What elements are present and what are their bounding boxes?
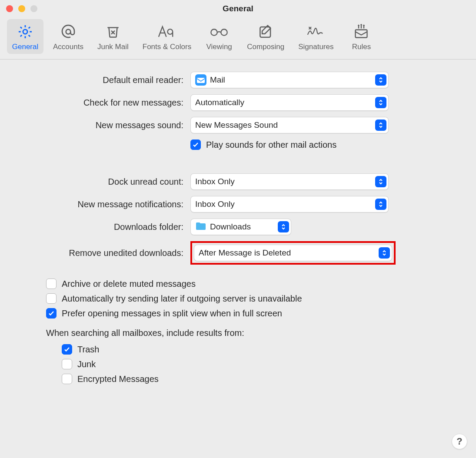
rules-icon: [351, 22, 371, 42]
highlight-annotation: After Message is Deleted: [190, 241, 396, 265]
window-title: General: [0, 4, 476, 13]
popup-value: Downloads: [210, 222, 275, 232]
auto-resend-label: Automatically try sending later if outgo…: [62, 294, 302, 304]
chevron-updown-icon: [278, 221, 289, 232]
preferences-toolbar: General Accounts Junk Mail Fonts & Color…: [0, 17, 476, 60]
preferences-content: Default email reader: Mail Check for new…: [0, 60, 476, 401]
tab-label: Junk Mail: [97, 43, 129, 51]
tab-composing[interactable]: Composing: [243, 19, 289, 54]
svg-rect-5: [356, 30, 367, 38]
search-results-heading: When searching all mailboxes, include re…: [46, 328, 460, 338]
tab-rules[interactable]: Rules: [343, 19, 379, 54]
downloads-folder-label: Downloads folder:: [16, 222, 183, 232]
signature-icon: [306, 22, 326, 42]
svg-point-3: [221, 29, 227, 35]
mail-app-icon: [195, 74, 206, 86]
include-trash-label: Trash: [77, 345, 99, 355]
svg-point-1: [66, 30, 71, 34]
check-messages-popup[interactable]: Automatically: [190, 94, 389, 111]
chevron-updown-icon: [375, 119, 386, 131]
tab-label: General: [12, 43, 38, 51]
chevron-updown-icon: [375, 74, 386, 86]
include-trash-checkbox[interactable]: [62, 344, 72, 355]
archive-muted-label: Archive or delete muted messages: [62, 279, 196, 289]
include-encrypted-checkbox[interactable]: [62, 374, 72, 384]
window-controls: [0, 5, 37, 12]
tab-label: Composing: [247, 43, 284, 51]
include-junk-label: Junk: [77, 359, 96, 369]
dock-unread-popup[interactable]: Inbox Only: [190, 173, 389, 190]
glasses-icon: [209, 22, 229, 42]
minimize-window-button[interactable]: [18, 5, 25, 12]
new-messages-sound-label: New messages sound:: [16, 120, 183, 130]
chevron-updown-icon: [375, 176, 386, 187]
tab-viewing[interactable]: Viewing: [201, 19, 237, 54]
tab-junk-mail[interactable]: Junk Mail: [93, 19, 133, 54]
at-sign-icon: [58, 22, 78, 42]
dock-unread-label: Dock unread count:: [16, 177, 183, 187]
help-icon: ?: [456, 436, 462, 447]
tab-label: Accounts: [53, 43, 83, 51]
popup-value: Inbox Only: [195, 177, 373, 186]
svg-point-0: [23, 30, 27, 34]
tab-accounts[interactable]: Accounts: [49, 19, 88, 54]
tab-signatures[interactable]: Signatures: [294, 19, 338, 54]
svg-rect-7: [197, 78, 205, 83]
popup-value: Inbox Only: [195, 199, 373, 209]
play-sounds-label: Play sounds for other mail actions: [206, 140, 336, 150]
popup-value: Mail: [210, 75, 373, 85]
popup-value: Automatically: [195, 98, 373, 107]
help-button[interactable]: ?: [452, 434, 467, 449]
notifications-label: New message notifications:: [16, 199, 183, 209]
tab-fonts-colors[interactable]: Fonts & Colors: [138, 19, 196, 54]
fonts-icon: [157, 22, 177, 42]
play-sounds-checkbox[interactable]: [190, 139, 201, 150]
remove-downloads-label: Remove unedited downloads:: [16, 248, 183, 258]
remove-downloads-popup[interactable]: After Message is Deleted: [194, 245, 392, 261]
include-encrypted-label: Encrypted Messages: [77, 374, 159, 384]
downloads-folder-popup[interactable]: Downloads: [190, 219, 291, 235]
archive-muted-checkbox[interactable]: [46, 279, 57, 289]
compose-icon: [256, 22, 276, 42]
new-messages-sound-popup[interactable]: New Messages Sound: [190, 117, 389, 133]
chevron-updown-icon: [379, 247, 390, 259]
chevron-updown-icon: [375, 97, 386, 108]
split-view-label: Prefer opening messages in split view wh…: [62, 309, 282, 319]
split-view-checkbox[interactable]: [46, 308, 57, 319]
zoom-window-button[interactable]: [30, 5, 37, 12]
tab-label: Signatures: [298, 43, 333, 51]
default-email-reader-label: Default email reader:: [16, 75, 183, 85]
notifications-popup[interactable]: Inbox Only: [190, 196, 389, 212]
chevron-updown-icon: [375, 199, 386, 210]
tab-label: Viewing: [206, 43, 232, 51]
trash-x-icon: [103, 22, 123, 42]
tab-general[interactable]: General: [7, 19, 43, 54]
include-junk-checkbox[interactable]: [62, 359, 72, 369]
titlebar: General: [0, 0, 476, 17]
gear-icon: [15, 22, 35, 42]
popup-value: After Message is Deleted: [199, 248, 376, 258]
default-email-reader-popup[interactable]: Mail: [190, 72, 389, 88]
auto-resend-checkbox[interactable]: [46, 293, 57, 304]
popup-value: New Messages Sound: [195, 120, 373, 130]
tab-label: Fonts & Colors: [143, 43, 191, 51]
svg-point-2: [211, 29, 217, 35]
tab-label: Rules: [352, 43, 371, 51]
close-window-button[interactable]: [6, 5, 13, 12]
check-messages-label: Check for new messages:: [16, 98, 183, 108]
folder-icon: [195, 221, 206, 232]
